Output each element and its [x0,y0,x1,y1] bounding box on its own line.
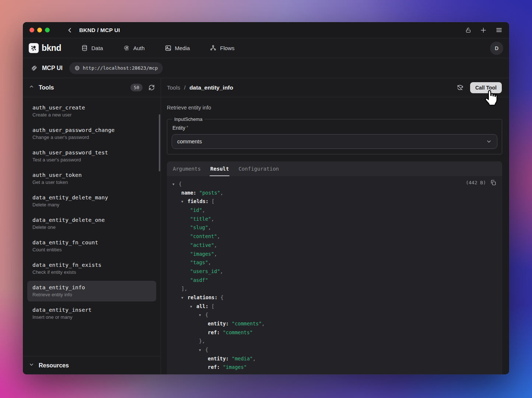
title-bar: BKND / MCP UI [23,22,509,38]
back-button[interactable] [66,27,73,34]
tool-name: auth_user_create [32,105,151,111]
collapse-toggle-icon[interactable]: ▼ [199,346,205,355]
json-line: name: "posts", [167,189,502,198]
json-line: ▼{ [167,180,502,189]
sidebar-tool-item-data_entity_insert[interactable]: data_entity_insertInsert one or many [27,303,156,324]
sidebar-tool-item-data_entity_delete_one[interactable]: data_entity_delete_oneDelete one [27,213,156,234]
result-size-label: (442 B) [466,180,486,185]
input-schema-fieldset: InputSchema Entity* comments [167,116,502,154]
json-line: ▼{ [167,346,502,355]
brand-name: bknd [42,43,61,53]
sidebar-tool-item-data_entity_info[interactable]: data_entity_infoRetrieve entity info [27,281,156,301]
new-tab-plus-icon[interactable] [480,27,487,34]
breadcrumb-current: data_entity_info [189,84,233,91]
tool-name: data_entity_delete_many [32,195,151,200]
sidebar-scrollbar[interactable] [159,114,160,171]
database-icon [81,45,88,52]
breadcrumb-section[interactable]: Tools [167,84,180,91]
json-line: "tags", [167,258,502,267]
nav-item-flows[interactable]: Flows [210,45,234,52]
lock-open-icon[interactable] [465,27,471,33]
tool-description: Get a user token [32,179,151,185]
json-line: "id", [167,206,502,215]
tools-sidebar: Tools 50 auth_user_createCreate a new us… [23,78,161,374]
call-tool-button[interactable]: Call Tool [470,82,502,93]
copy-icon[interactable] [490,179,496,186]
nav-item-auth[interactable]: Auth [123,45,145,52]
json-line: "slug", [167,223,502,232]
collapse-toggle-icon[interactable]: ▼ [181,198,188,206]
tools-title: Tools [39,84,54,91]
json-line: ▼{ [167,311,502,320]
tool-description: Retrieve entity info [167,105,502,111]
nav-item-data[interactable]: Data [81,45,103,52]
collapse-toggle-icon[interactable]: ▼ [181,294,188,303]
tool-description: Create a new user [32,112,151,118]
collapse-toggle-icon[interactable]: ▼ [199,311,205,320]
refresh-tools-icon[interactable] [148,84,155,91]
chevron-left-icon [66,27,73,34]
desktop-background: { "colors": { "string_green": "#3bb981",… [0,0,532,398]
tool-name: data_entity_fn_count [32,240,151,245]
globe-icon [74,65,80,71]
tool-detail-panel: Tools / data_entity_info Call Tool Retri… [161,78,509,374]
mcp-icon [31,65,38,71]
sidebar-tool-item-auth_user_password_change[interactable]: auth_user_password_changeChange a user's… [27,123,156,144]
chevron-down-icon [486,139,492,144]
tool-description: Insert one or many [32,314,151,320]
maximize-window-button[interactable] [45,28,50,32]
collapse-toggle-icon[interactable]: ▼ [190,303,196,311]
nav-item-media[interactable]: Media [165,45,190,52]
menu-hamburger-icon[interactable] [496,27,503,34]
tool-name: auth_user_token [32,172,151,178]
bknd-logo-icon [29,43,39,53]
json-line: ref: "comments" [167,328,502,337]
json-line: ▼fields: [ [167,197,502,206]
tool-name: data_entity_fn_exists [32,262,151,268]
app-navbar: bknd Data Auth Media Flows D [23,38,509,58]
brand[interactable]: bknd [29,43,61,53]
mcp-page-title: MCP UI [42,65,63,71]
json-line: ref: "images" [167,363,502,372]
entity-select[interactable]: comments [172,134,497,149]
input-schema-legend: InputSchema [172,116,204,122]
sidebar-tool-item-data_entity_delete_many[interactable]: data_entity_delete_manyDelete many [27,191,156,212]
sidebar-tool-item-auth_user_create[interactable]: auth_user_createCreate a new user [27,101,156,122]
tool-description: Count entities [32,247,151,252]
flow-icon [210,45,217,52]
close-window-button[interactable] [29,28,34,32]
tab-configuration[interactable]: Configuration [234,161,284,176]
tool-name: data_entity_insert [32,307,151,313]
tool-description: Change a user's password [32,135,151,140]
mcp-url-pill[interactable]: http://localhost:28623/mcp [69,62,163,74]
app-window: BKND / MCP UI bknd Data [23,22,509,374]
tool-name: auth_user_password_test [32,150,151,156]
chevron-down-icon [29,362,34,369]
sidebar-tool-item-data_entity_fn_exists[interactable]: data_entity_fn_existsCheck if entity exi… [27,258,156,279]
sidebar-tool-item-data_entity_fn_count[interactable]: data_entity_fn_countCount entities [27,236,156,256]
auto-refresh-off-icon[interactable] [456,84,463,91]
resources-section-header[interactable]: Resources [23,356,161,374]
json-line: ▼relations: { [167,293,502,302]
sidebar-tool-item-auth_user_token[interactable]: auth_user_tokenGet a user token [27,168,156,189]
entity-field-label: Entity* [172,125,497,131]
mcp-subheader: MCP UI http://localhost:28623/mcp [23,58,509,78]
json-line: ], [167,284,502,293]
tools-section-header[interactable]: Tools 50 [23,78,161,97]
window-title: BKND / MCP UI [79,27,120,33]
entity-select-value: comments [177,139,202,144]
tool-description: Test a user's password [32,157,151,163]
chevron-up-icon [29,84,34,91]
sidebar-tool-item-auth_user_password_test[interactable]: auth_user_password_testTest a user's pas… [27,146,156,167]
json-line: "active", [167,241,502,250]
collapse-toggle-icon[interactable]: ▼ [172,180,179,189]
tool-description: Delete one [32,224,151,230]
json-line: ▼all: [ [167,302,502,311]
tab-result[interactable]: Result [206,161,234,176]
json-line: }, [167,337,502,346]
json-line: entity: "comments", [167,320,502,328]
minimize-window-button[interactable] [37,28,42,32]
tab-arguments[interactable]: Arguments [168,161,206,176]
user-avatar[interactable]: D [490,42,503,55]
tool-name: data_entity_delete_one [32,217,151,223]
